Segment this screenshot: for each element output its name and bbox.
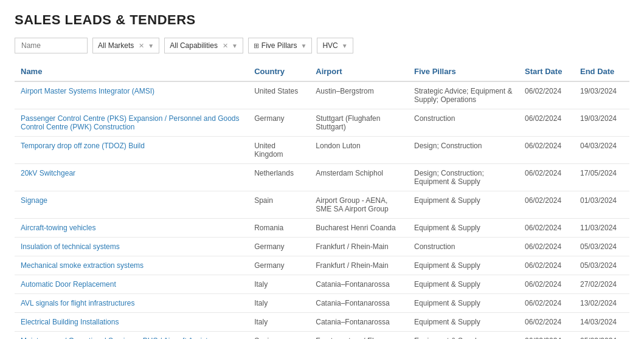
pillars-filter-arrow: ▼ — [301, 43, 307, 49]
row-airport: Catania–Fontanarossa — [310, 313, 408, 332]
row-name-link[interactable]: Maintenance / Operational Services - BHS… — [21, 337, 223, 339]
row-pillars: Strategic Advice; Equipment & Supply; Op… — [408, 81, 519, 109]
row-pillars: Design; Construction; Equipment & Supply — [408, 164, 519, 191]
row-name-link[interactable]: AVL signals for flight infrastructures — [21, 299, 134, 307]
row-end-date: 05/03/2024 — [574, 332, 629, 340]
table-body: Airport Master Systems Integrator (AMSI)… — [15, 81, 629, 339]
row-airport: Austin–Bergstrom — [310, 81, 408, 109]
table-row: Passenger Control Centre (PKS) Expansion… — [15, 109, 629, 137]
row-start-date: 06/02/2024 — [519, 81, 574, 109]
page-container: SALES LEADS & TENDERS All Markets ✕ ▼ Al… — [0, 0, 644, 339]
row-country: Romania — [248, 219, 310, 238]
col-header-name: Name — [15, 62, 248, 81]
row-start-date: 06/02/2024 — [519, 256, 574, 275]
row-name-link[interactable]: Signage — [21, 196, 47, 205]
row-start-date: 06/02/2024 — [519, 332, 574, 340]
table-row: Maintenance / Operational Services - BHS… — [15, 332, 629, 340]
row-pillars: Equipment & Supply — [408, 332, 519, 340]
row-airport: Fuerteventura / El Matorral — [310, 332, 408, 340]
row-start-date: 06/02/2024 — [519, 313, 574, 332]
row-end-date: 19/03/2024 — [574, 81, 629, 109]
row-end-date: 19/03/2024 — [574, 109, 629, 137]
row-end-date: 04/03/2024 — [574, 137, 629, 164]
table-row: Electrical Building InstallationsItalyCa… — [15, 313, 629, 332]
market-filter[interactable]: All Markets ✕ ▼ — [92, 38, 159, 53]
row-name-link[interactable]: Temporary drop off zone (TDOZ) Build — [21, 142, 145, 150]
row-pillars: Equipment & Supply — [408, 313, 519, 332]
table-row: Temporary drop off zone (TDOZ) BuildUnit… — [15, 137, 629, 164]
table-row: AVL signals for flight infrastructuresIt… — [15, 294, 629, 313]
row-airport: Airport Group - AENA, SME SA Airport Gro… — [310, 191, 408, 219]
col-header-pillars: Five Pillars — [408, 62, 519, 81]
row-name-link[interactable]: Automatic Door Replacement — [21, 280, 116, 289]
row-airport: Amsterdam Schiphol — [310, 164, 408, 191]
row-country: Netherlands — [248, 164, 310, 191]
market-filter-arrow: ▼ — [148, 43, 154, 49]
row-start-date: 06/02/2024 — [519, 238, 574, 256]
row-name-link[interactable]: Aircraft-towing vehicles — [21, 224, 95, 232]
row-pillars: Construction — [408, 109, 519, 137]
row-name-link[interactable]: Electrical Building Installations — [21, 318, 119, 326]
row-end-date: 13/02/2024 — [574, 294, 629, 313]
hvc-filter[interactable]: HVC ▼ — [317, 38, 353, 53]
table-row: 20kV SwitchgearNetherlandsAmsterdam Schi… — [15, 164, 629, 191]
row-start-date: 06/02/2024 — [519, 219, 574, 238]
capabilities-filter-label: All Capabilities — [170, 41, 218, 50]
table-row: SignageSpainAirport Group - AENA, SME SA… — [15, 191, 629, 219]
pillars-filter-label: Five Pillars — [261, 41, 297, 50]
row-country: United Kingdom — [248, 137, 310, 164]
row-airport: Catania–Fontanarossa — [310, 294, 408, 313]
row-pillars: Equipment & Supply — [408, 256, 519, 275]
market-filter-clear[interactable]: ✕ — [139, 42, 144, 50]
row-pillars: Equipment & Supply — [408, 275, 519, 294]
row-airport: Catania–Fontanarossa — [310, 275, 408, 294]
row-end-date: 27/02/2024 — [574, 275, 629, 294]
row-end-date: 11/03/2024 — [574, 219, 629, 238]
hvc-filter-arrow: ▼ — [342, 43, 348, 49]
row-end-date: 05/03/2024 — [574, 256, 629, 275]
row-start-date: 06/02/2024 — [519, 275, 574, 294]
row-end-date: 05/03/2024 — [574, 238, 629, 256]
row-country: Italy — [248, 294, 310, 313]
filter-bar: All Markets ✕ ▼ All Capabilities ✕ ▼ ⊞ F… — [15, 38, 629, 53]
row-airport: Stuttgart (Flughafen Stuttgart) — [310, 109, 408, 137]
row-end-date: 14/03/2024 — [574, 313, 629, 332]
row-airport: London Luton — [310, 137, 408, 164]
page-title: SALES LEADS & TENDERS — [15, 12, 629, 28]
row-name-link[interactable]: Mechanical smoke extraction systems — [21, 261, 144, 270]
table-row: Aircraft-towing vehiclesRomaniaBucharest… — [15, 219, 629, 238]
capabilities-filter-clear[interactable]: ✕ — [223, 42, 228, 50]
row-start-date: 06/02/2024 — [519, 164, 574, 191]
row-name-link[interactable]: Insulation of technical systems — [21, 242, 120, 251]
hvc-filter-label: HVC — [322, 41, 338, 50]
row-airport: Frankfurt / Rhein-Main — [310, 256, 408, 275]
table-row: Airport Master Systems Integrator (AMSI)… — [15, 81, 629, 109]
market-filter-label: All Markets — [98, 41, 134, 50]
row-end-date: 01/03/2024 — [574, 191, 629, 219]
row-country: Germany — [248, 256, 310, 275]
table-header: Name Country Airport Five Pillars Start … — [15, 62, 629, 81]
row-name-link[interactable]: Airport Master Systems Integrator (AMSI) — [21, 87, 154, 95]
row-pillars: Equipment & Supply — [408, 294, 519, 313]
name-filter-input[interactable] — [15, 38, 88, 53]
row-pillars: Design; Construction — [408, 137, 519, 164]
row-name-link[interactable]: Passenger Control Centre (PKS) Expansion… — [21, 114, 240, 131]
row-country: Spain — [248, 191, 310, 219]
row-pillars: Equipment & Supply — [408, 219, 519, 238]
table-row: Insulation of technical systemsGermanyFr… — [15, 238, 629, 256]
row-country: Spain — [248, 332, 310, 340]
col-header-start: Start Date — [519, 62, 574, 81]
leads-table: Name Country Airport Five Pillars Start … — [15, 62, 629, 339]
row-country: Italy — [248, 275, 310, 294]
row-country: Germany — [248, 238, 310, 256]
row-name-link[interactable]: 20kV Switchgear — [21, 169, 75, 177]
capabilities-filter[interactable]: All Capabilities ✕ ▼ — [164, 38, 243, 53]
row-start-date: 06/02/2024 — [519, 191, 574, 219]
pillars-filter[interactable]: ⊞ Five Pillars ▼ — [248, 38, 313, 53]
row-end-date: 17/05/2024 — [574, 164, 629, 191]
capabilities-filter-arrow: ▼ — [232, 43, 238, 49]
row-start-date: 06/02/2024 — [519, 137, 574, 164]
col-header-country: Country — [248, 62, 310, 81]
row-airport: Frankfurt / Rhein-Main — [310, 238, 408, 256]
row-pillars: Equipment & Supply — [408, 191, 519, 219]
